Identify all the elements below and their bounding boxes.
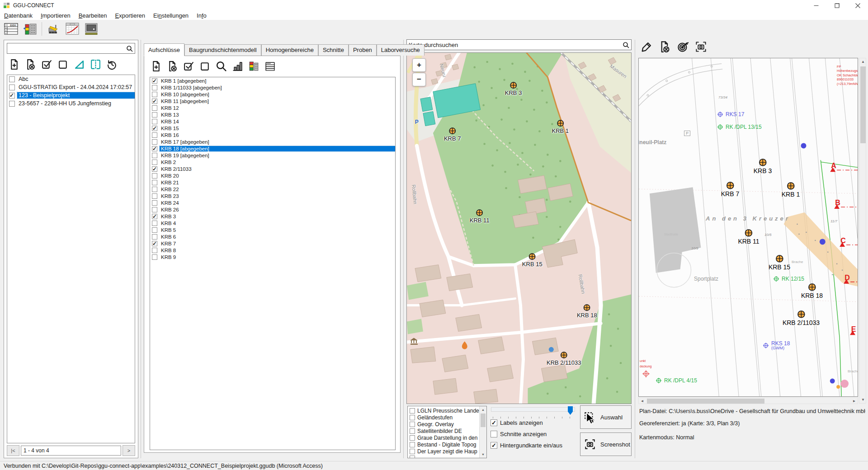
- zoom-in-button[interactable]: +: [412, 58, 426, 72]
- splitter[interactable]: [635, 40, 635, 458]
- borehole-checkbox[interactable]: [152, 227, 157, 233]
- borehole-checkbox[interactable]: [152, 214, 157, 219]
- borehole-checkbox[interactable]: [152, 187, 157, 192]
- uncheck-all-icon[interactable]: [55, 56, 71, 72]
- plan-vertical-scrollbar[interactable]: ▲ ▼: [859, 58, 866, 404]
- layer-row[interactable]: [408, 455, 480, 458]
- borehole-list[interactable]: KRB 1 [abgegeben] KRB 1/11033 [abgegeben…: [150, 77, 396, 450]
- triangle-icon[interactable]: [71, 56, 87, 72]
- tab[interactable]: Baugrundschichtenmodell: [184, 44, 261, 56]
- borehole-row[interactable]: KRB 7: [150, 240, 395, 247]
- drill-rig-button[interactable]: [44, 20, 63, 38]
- borehole-marker[interactable]: KRB 18: [801, 283, 823, 299]
- borehole-marker[interactable]: KRB 7: [721, 181, 739, 197]
- borehole-checkbox[interactable]: [152, 105, 157, 111]
- first-page-button[interactable]: |<: [7, 445, 19, 456]
- zip-archive-icon[interactable]: [87, 56, 104, 72]
- borehole-row[interactable]: KRB 10 [abgegeben]: [150, 91, 395, 98]
- tab[interactable]: Laborversuche: [377, 44, 425, 56]
- camera-icon[interactable]: [693, 39, 709, 54]
- scroll-right-icon[interactable]: ►: [851, 398, 858, 404]
- layer-checkbox[interactable]: [410, 415, 415, 420]
- borehole-row[interactable]: KRB 6: [150, 233, 395, 240]
- borehole-row[interactable]: KRB 1/11033 [abgegeben]: [150, 84, 395, 91]
- check-all-icon[interactable]: [180, 58, 197, 74]
- borehole-row[interactable]: KRB 4: [150, 220, 395, 226]
- borehole-marker[interactable]: KRB 11: [470, 209, 490, 224]
- splitter[interactable]: [141, 40, 141, 458]
- borehole-checkbox[interactable]: [152, 92, 157, 97]
- project-row[interactable]: Abc: [7, 75, 135, 83]
- borehole-row[interactable]: KRB 1 [abgegeben]: [150, 77, 395, 84]
- map-option[interactable]: Labels anzeigen: [491, 419, 543, 426]
- map-option[interactable]: Schnitte anzeigen: [491, 431, 547, 437]
- layer-checkbox[interactable]: [410, 442, 415, 447]
- borehole-checkbox[interactable]: [152, 193, 157, 199]
- tab[interactable]: Proben: [349, 44, 377, 56]
- list-icon[interactable]: [262, 58, 278, 74]
- project-row[interactable]: 23-5657 - 2268-HH U5 Jungfernstieg: [7, 99, 135, 108]
- borehole-checkbox[interactable]: [152, 112, 157, 118]
- pencil-icon[interactable]: [638, 39, 655, 54]
- borehole-checkbox[interactable]: [152, 160, 157, 165]
- screen-button[interactable]: [82, 20, 101, 38]
- borehole-row[interactable]: KRB 22: [150, 186, 395, 193]
- borehole-row[interactable]: KRB 2/11033: [150, 165, 395, 172]
- menu-item[interactable]: Exportieren: [111, 12, 149, 19]
- borehole-row[interactable]: KRB 26: [150, 206, 395, 213]
- borehole-marker[interactable]: KRB 15: [769, 254, 790, 271]
- option-checkbox[interactable]: [491, 442, 497, 449]
- layer-scrollbar[interactable]: ▲ ▼: [479, 406, 486, 458]
- option-checkbox[interactable]: [491, 431, 497, 437]
- borehole-checkbox[interactable]: [152, 153, 157, 158]
- borehole-marker[interactable]: KRB 18: [577, 304, 597, 319]
- menu-item[interactable]: Importieren: [37, 12, 75, 19]
- layer-checkbox[interactable]: [410, 422, 415, 427]
- borehole-row[interactable]: KRB 12: [150, 104, 395, 111]
- layer-row[interactable]: Bestand - Digitale Topog: [408, 441, 480, 448]
- menu-item[interactable]: Datenbank: [0, 12, 37, 19]
- borehole-checkbox[interactable]: [152, 241, 157, 246]
- borehole-marker[interactable]: KRB 7: [444, 127, 461, 142]
- borehole-checkbox[interactable]: [152, 146, 157, 151]
- bar-chart-icon[interactable]: [229, 58, 245, 74]
- borehole-row[interactable]: KRB 24: [150, 199, 395, 206]
- project-checkbox[interactable]: [9, 93, 15, 99]
- menu-item[interactable]: Bearbeiten: [75, 12, 111, 19]
- tab[interactable]: Aufschlüsse: [144, 43, 184, 56]
- map-viewport[interactable]: + − NeuruMasurenRollbahnRollbahnP KRB 3 …: [406, 52, 632, 404]
- scroll-up-icon[interactable]: ▲: [859, 58, 867, 65]
- next-page-button[interactable]: >: [123, 445, 135, 456]
- layer-row[interactable]: Satellitenbilder DE: [408, 428, 480, 434]
- borehole-marker[interactable]: KRB 1: [552, 120, 569, 135]
- menu-item[interactable]: Info: [193, 12, 211, 19]
- screenshot-button[interactable]: Screenshot: [580, 432, 632, 456]
- borehole-row[interactable]: KRB 21: [150, 179, 395, 186]
- scroll-down-icon[interactable]: ▼: [859, 396, 867, 403]
- scroll-down-icon[interactable]: ▼: [480, 451, 486, 458]
- borehole-marker[interactable]: KRB 2/11033: [783, 310, 820, 326]
- history-icon[interactable]: [104, 56, 120, 72]
- borehole-row[interactable]: KRB 16: [150, 132, 395, 138]
- uncheck-all-icon[interactable]: [197, 58, 213, 74]
- scroll-left-icon[interactable]: ◄: [639, 398, 646, 404]
- borehole-row[interactable]: KRB 9: [150, 254, 395, 260]
- borehole-marker[interactable]: KRB 3: [505, 81, 522, 96]
- borehole-row[interactable]: KRB 18 [abgegeben]: [150, 145, 395, 152]
- borehole-checkbox[interactable]: [152, 248, 157, 253]
- project-checkbox[interactable]: [9, 76, 15, 82]
- layer-checkbox[interactable]: [410, 456, 415, 459]
- borehole-checkbox[interactable]: [152, 254, 157, 260]
- add-document-icon[interactable]: [6, 56, 22, 72]
- project-list[interactable]: Abc GGU-STRATIG Export - 24.04.2024 17:0…: [7, 75, 135, 443]
- borehole-row[interactable]: KRB 23: [150, 193, 395, 199]
- borehole-checkbox[interactable]: [152, 234, 157, 240]
- layer-checkbox[interactable]: [410, 435, 415, 441]
- map-zoom-slider[interactable]: [491, 406, 575, 415]
- layer-row[interactable]: Geländestufen: [408, 414, 480, 421]
- selection-button[interactable]: Auswahl: [580, 405, 632, 429]
- slider-thumb[interactable]: [568, 406, 573, 415]
- borehole-checkbox[interactable]: [152, 180, 157, 185]
- layer-checkbox[interactable]: [410, 428, 415, 434]
- borehole-checkbox[interactable]: [152, 173, 157, 179]
